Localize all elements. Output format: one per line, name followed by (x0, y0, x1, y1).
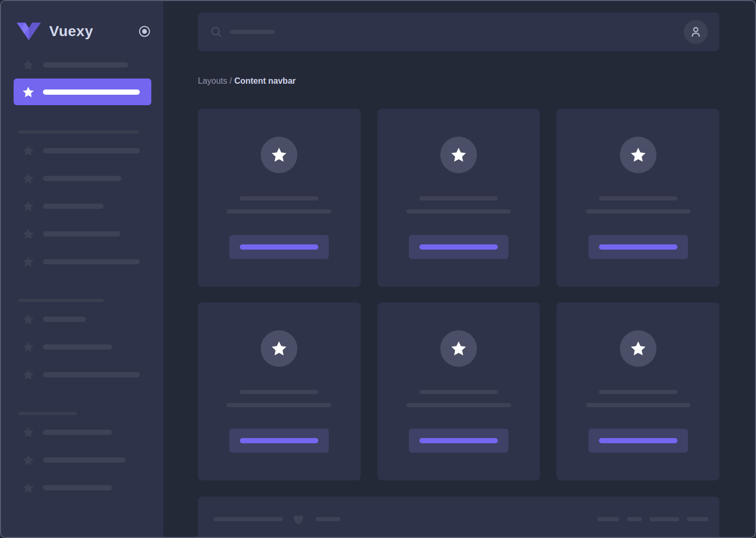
sidebar-menu-item[interactable] (22, 341, 151, 353)
card-grid (198, 109, 719, 480)
card-action-button[interactable] (409, 429, 508, 453)
menu-label-skeleton (43, 372, 140, 377)
card-avatar-circle (620, 330, 657, 367)
sidebar-menu-item[interactable] (22, 368, 151, 381)
button-label-skeleton (240, 438, 318, 443)
star-icon (22, 228, 35, 240)
card-action-button[interactable] (229, 235, 329, 259)
menu-pin-toggle[interactable] (138, 25, 151, 38)
nav-section-title-skeleton (18, 299, 104, 302)
card-action-button[interactable] (588, 429, 688, 453)
star-icon (22, 172, 35, 185)
footer-skeleton-bar (316, 517, 340, 521)
menu-label-skeleton (43, 259, 140, 264)
card-subtitle-skeleton (406, 403, 511, 407)
footer-skeleton-bar (214, 517, 283, 521)
card-title-skeleton (599, 196, 677, 200)
footer-skeleton-bar (650, 517, 679, 521)
breadcrumb-current: Content navbar (234, 76, 295, 85)
button-label-skeleton (599, 438, 677, 443)
heart-icon (292, 512, 305, 526)
star-icon (630, 147, 647, 163)
footer-left-group (214, 512, 340, 526)
star-icon (271, 147, 287, 163)
breadcrumb-parent-link[interactable]: Layouts (198, 76, 227, 85)
demo-card (557, 302, 719, 480)
card-action-button[interactable] (588, 235, 688, 259)
user-avatar[interactable] (684, 20, 708, 44)
sidebar-menu-item[interactable] (22, 481, 151, 494)
sidebar-menu-item[interactable] (14, 79, 151, 105)
star-icon (22, 255, 35, 268)
button-label-skeleton (419, 244, 498, 250)
star-icon (450, 147, 467, 163)
button-label-skeleton (599, 244, 677, 250)
menu-label-skeleton (43, 457, 126, 463)
star-icon (22, 86, 35, 98)
breadcrumb: Layouts / Content navbar (198, 76, 719, 86)
nav-section-title-skeleton (18, 130, 139, 133)
card-avatar-circle (440, 137, 477, 173)
menu-label-skeleton (43, 317, 86, 322)
card-subtitle-skeleton (586, 209, 691, 214)
sidebar-menu-item[interactable] (22, 255, 151, 268)
card-avatar-circle (620, 137, 657, 173)
star-icon (22, 481, 35, 494)
search-bar[interactable] (198, 13, 719, 51)
app-frame: Vuexy (0, 0, 756, 538)
footer-skeleton-bar (597, 517, 619, 521)
sidebar-menu-item[interactable] (22, 172, 151, 185)
demo-card (377, 109, 540, 287)
footer-skeleton-bar (687, 517, 708, 521)
star-icon (630, 340, 647, 357)
menu-label-skeleton (43, 344, 112, 350)
menu-label-skeleton (43, 485, 112, 490)
demo-card (377, 302, 540, 480)
menu-label-skeleton (43, 89, 140, 95)
star-icon (22, 368, 35, 381)
card-subtitle-skeleton (227, 403, 331, 407)
card-action-button[interactable] (409, 235, 508, 259)
app-title: Vuexy (49, 23, 93, 40)
sidebar-menu-item[interactable] (22, 144, 151, 157)
card-action-button[interactable] (229, 429, 329, 453)
star-icon (22, 341, 35, 353)
card-subtitle-skeleton (406, 209, 511, 214)
sidebar: Vuexy (1, 1, 163, 537)
sidebar-menu-item[interactable] (22, 228, 151, 240)
card-subtitle-skeleton (586, 403, 691, 407)
button-label-skeleton (419, 438, 498, 443)
star-icon (22, 144, 35, 157)
menu-label-skeleton (43, 62, 128, 68)
star-icon (22, 200, 35, 212)
menu-label-skeleton (43, 231, 120, 237)
sidebar-menu-item[interactable] (22, 426, 151, 439)
card-title-skeleton (419, 196, 498, 200)
record-circle-icon (138, 25, 151, 38)
sidebar-menu-item[interactable] (22, 313, 151, 326)
star-icon (22, 454, 35, 466)
demo-card (557, 109, 719, 287)
footer (198, 497, 719, 538)
logo-row: Vuexy (16, 18, 151, 44)
main-content: Layouts / Content navbar (163, 1, 755, 537)
star-icon (271, 340, 287, 357)
card-avatar-circle (261, 330, 297, 367)
demo-card (198, 302, 361, 480)
card-title-skeleton (240, 196, 318, 200)
user-icon (689, 25, 703, 39)
sidebar-menu-item[interactable] (22, 454, 151, 466)
search-placeholder-skeleton (230, 30, 275, 34)
card-subtitle-skeleton (227, 209, 331, 214)
sidebar-menu-item[interactable] (22, 59, 151, 71)
menu-label-skeleton (43, 148, 140, 153)
star-icon (22, 313, 35, 326)
button-label-skeleton (240, 244, 318, 250)
sidebar-menu-item[interactable] (22, 200, 151, 212)
nav-section-title-skeleton (18, 412, 77, 415)
card-title-skeleton (599, 390, 677, 394)
sidebar-nav (1, 44, 163, 494)
demo-card (198, 109, 361, 287)
menu-label-skeleton (43, 204, 104, 209)
vuexy-logo-icon[interactable] (16, 22, 42, 41)
